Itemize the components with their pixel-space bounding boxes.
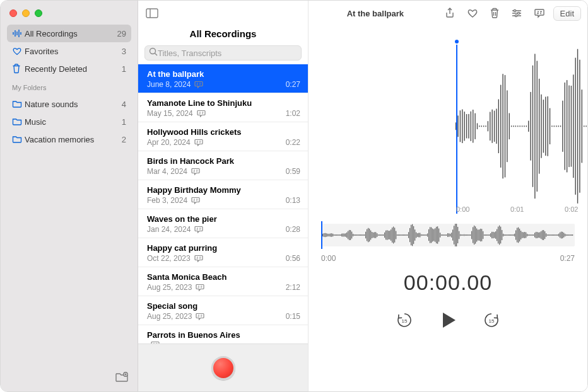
svg-rect-146 — [334, 234, 334, 236]
search-input[interactable] — [158, 49, 297, 58]
settings-button[interactable] — [508, 5, 526, 21]
sidebar-item[interactable]: All Recordings 29 — [7, 25, 131, 42]
svg-rect-174 — [369, 229, 370, 241]
play-button[interactable] — [438, 310, 458, 330]
svg-rect-35 — [496, 108, 497, 144]
skip-back-15-button[interactable]: 15 — [396, 312, 413, 328]
playhead[interactable] — [321, 221, 322, 249]
transcript-button[interactable] — [531, 5, 548, 21]
transcript-badge-icon — [196, 284, 204, 291]
svg-rect-152 — [341, 234, 342, 237]
recording-item-date: Aug 25, 2023 — [147, 283, 192, 292]
svg-rect-6 — [146, 9, 158, 18]
recording-item[interactable]: Yamanote Line to Shinjuku May 15, 2024 1… — [138, 93, 308, 122]
svg-rect-252 — [467, 234, 468, 236]
sidebar-item[interactable]: Nature sounds 4 — [7, 95, 131, 113]
svg-rect-169 — [363, 234, 363, 236]
sidebar-item[interactable]: Recently Deleted 1 — [7, 60, 131, 78]
detail-toolbar: At the ballpark — [309, 1, 587, 26]
sidebar: All Recordings 29 Favorites 3 Recently D… — [1, 1, 138, 391]
svg-rect-312 — [543, 230, 544, 240]
recording-item[interactable]: Waves on the pier Jan 24, 2024 0:28 — [138, 209, 308, 238]
minimize-window-button[interactable] — [22, 9, 30, 17]
trim-handle-top[interactable] — [454, 38, 460, 45]
svg-rect-194 — [394, 228, 395, 242]
recording-item[interactable]: Hollywood Hills crickets Apr 20, 2024 0:… — [138, 122, 308, 151]
svg-rect-334 — [571, 234, 572, 236]
svg-rect-291 — [517, 228, 517, 242]
svg-rect-221 — [428, 229, 429, 241]
recording-item[interactable]: Birds in Hancock Park Mar 4, 2024 0:59 — [138, 151, 308, 180]
delete-button[interactable] — [486, 5, 503, 21]
recording-item-title: Waves on the pier — [147, 214, 300, 224]
svg-rect-39 — [505, 75, 505, 177]
recording-item[interactable]: Parrots in Buenos Aires — [138, 325, 308, 343]
edit-button[interactable]: Edit — [553, 6, 581, 21]
new-folder-button[interactable] — [115, 371, 129, 385]
sidebar-item-label: Music — [25, 117, 122, 127]
svg-rect-145 — [332, 234, 333, 236]
record-button[interactable] — [211, 356, 235, 380]
svg-rect-154 — [344, 234, 344, 237]
svg-rect-272 — [493, 232, 493, 238]
sidebar-item-count: 3 — [122, 47, 126, 56]
overview-start-label: 0:00 — [321, 254, 336, 263]
svg-rect-66 — [562, 101, 563, 152]
svg-rect-260 — [478, 229, 478, 240]
sidebar-item-count: 2 — [122, 135, 126, 144]
svg-rect-41 — [509, 113, 510, 139]
svg-rect-223 — [431, 228, 432, 243]
svg-rect-302 — [531, 234, 531, 236]
recording-item[interactable]: Happy cat purring Oct 22, 2023 0:56 — [138, 238, 308, 267]
svg-rect-248 — [462, 234, 463, 236]
recording-item[interactable]: Happy Birthday Mommy Feb 3, 2024 0:13 — [138, 180, 308, 209]
svg-rect-244 — [457, 227, 458, 243]
share-button[interactable] — [441, 5, 459, 21]
zoom-window-button[interactable] — [35, 9, 42, 17]
trim-region-line — [456, 41, 457, 215]
favorite-button[interactable] — [464, 5, 481, 21]
app-window: All Recordings 29 Favorites 3 Recently D… — [0, 0, 588, 392]
sidebar-item[interactable]: Music 1 — [7, 113, 131, 130]
svg-rect-287 — [512, 234, 512, 236]
transcript-badge-icon — [197, 110, 206, 117]
svg-rect-181 — [378, 234, 379, 236]
recording-item-date: Jan 24, 2024 — [147, 225, 191, 234]
svg-rect-22 — [468, 114, 469, 139]
recording-item[interactable]: Special song Aug 25, 2023 0:15 — [138, 296, 308, 325]
svg-rect-155 — [345, 233, 346, 236]
svg-rect-293 — [519, 229, 520, 241]
svg-rect-263 — [481, 229, 482, 241]
svg-rect-64 — [558, 125, 558, 127]
recording-item[interactable]: At the ballpark June 8, 2024 0:27 — [138, 64, 308, 93]
svg-rect-45 — [517, 125, 518, 127]
svg-rect-237 — [449, 233, 449, 236]
record-bar — [138, 343, 308, 391]
svg-rect-197 — [398, 234, 399, 236]
close-window-button[interactable] — [9, 9, 17, 17]
waveform-large[interactable]: 0:00 0:01 0:02 — [309, 26, 587, 215]
svg-rect-72 — [575, 58, 575, 195]
svg-rect-255 — [471, 231, 472, 239]
sidebar-item[interactable]: Vacation memories 2 — [7, 130, 131, 148]
svg-rect-160 — [351, 232, 352, 239]
svg-rect-76 — [584, 125, 584, 127]
svg-rect-67 — [565, 83, 565, 170]
svg-rect-204 — [407, 234, 408, 236]
sidebar-item[interactable]: Favorites 3 — [7, 42, 131, 60]
recording-item-title: Special song — [147, 301, 300, 311]
svg-rect-235 — [446, 234, 447, 236]
toggle-sidebar-button[interactable] — [143, 6, 161, 21]
svg-rect-190 — [389, 231, 390, 239]
svg-rect-214 — [420, 233, 420, 237]
skip-forward-15-button[interactable]: 15 — [483, 312, 500, 328]
svg-rect-332 — [568, 234, 569, 236]
detail-pane: At the ballpark — [309, 1, 587, 391]
svg-rect-54 — [537, 61, 538, 192]
svg-rect-264 — [483, 231, 483, 239]
waveform-overview[interactable]: 0:00 0:27 — [321, 224, 575, 254]
recording-item[interactable]: Santa Monica Beach Aug 25, 2023 2:12 — [138, 267, 308, 296]
search-field[interactable] — [144, 45, 302, 61]
svg-rect-320 — [553, 234, 554, 236]
svg-rect-139 — [325, 233, 326, 237]
